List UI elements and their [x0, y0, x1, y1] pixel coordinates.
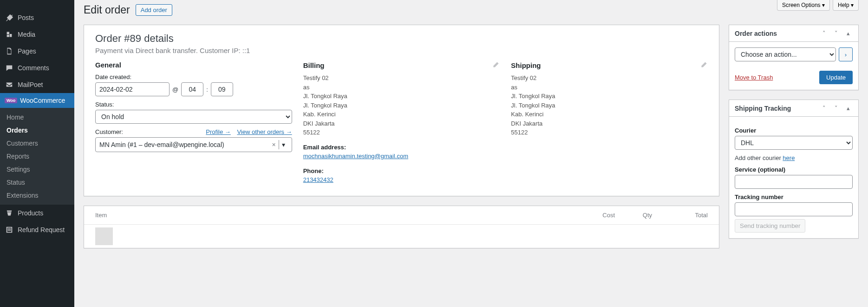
- sidebar-item-media[interactable]: Media: [0, 26, 74, 43]
- hour-input[interactable]: [181, 82, 203, 96]
- add-order-button[interactable]: Add order: [136, 4, 172, 16]
- move-down-icon[interactable]: ˅: [831, 104, 841, 113]
- sidebar-item-refund-request[interactable]: Refund Request: [0, 221, 74, 238]
- at-symbol: @: [172, 86, 178, 93]
- billing-name: Testify 02: [303, 73, 500, 83]
- main-content: Screen Options ▾ Help ▾ Edit order Add o…: [74, 0, 868, 307]
- customer-label: Customer:: [95, 128, 123, 135]
- shipping-line2: as: [511, 83, 708, 92]
- add-other-courier-text: Add other courier here: [735, 154, 853, 161]
- send-tracking-button[interactable]: Send tracking number: [735, 219, 805, 233]
- email-label: Email address:: [303, 143, 500, 152]
- menu-label: MailPoet: [18, 81, 43, 88]
- shipping-name: Testify 02: [511, 73, 708, 83]
- chevron-down-icon[interactable]: ▾: [279, 140, 288, 149]
- courier-select[interactable]: DHL: [735, 136, 853, 150]
- submenu-extensions[interactable]: Extensions: [0, 189, 74, 202]
- sidebar-item-products[interactable]: Products: [0, 205, 74, 221]
- customer-value: MN Amin (#1 – dev-email@wpengine.local): [99, 141, 224, 148]
- shipping-title: Shipping: [511, 61, 541, 69]
- products-icon: [5, 208, 14, 218]
- order-details-panel: Order #89 details Payment via Direct ban…: [84, 25, 719, 196]
- edit-shipping-icon[interactable]: [700, 61, 708, 70]
- page-header: Edit order Add order: [84, 4, 859, 16]
- pin-icon: [5, 13, 14, 22]
- status-select[interactable]: On hold: [95, 110, 292, 124]
- sidebar-item-posts[interactable]: Posts: [0, 9, 74, 26]
- shipping-addr1: Jl. Tongkol Raya: [511, 92, 708, 101]
- col-total: Total: [652, 212, 708, 219]
- billing-title: Billing: [303, 61, 325, 69]
- chevron-right-icon: ›: [845, 51, 847, 58]
- pages-icon: [5, 47, 14, 56]
- sidebar-item-woocommerce[interactable]: Woo WooCommerce: [0, 93, 74, 108]
- submenu-orders[interactable]: Orders: [0, 124, 74, 137]
- profile-link[interactable]: Profile →: [206, 128, 230, 135]
- order-actions-panel: Order actions ˄ ˅ ▴ Choose an action... …: [729, 25, 859, 90]
- billing-line2: as: [303, 83, 500, 92]
- billing-phone-link[interactable]: 213432432: [303, 176, 333, 183]
- menu-label: Products: [18, 209, 43, 217]
- screen-meta-links: Screen Options ▾ Help ▾: [777, 0, 859, 11]
- clear-customer-icon[interactable]: ×: [269, 141, 278, 148]
- submenu-reports[interactable]: Reports: [0, 150, 74, 163]
- billing-addr1: Jl. Tongkol Raya: [303, 92, 500, 101]
- move-to-trash-link[interactable]: Move to Trash: [735, 74, 773, 81]
- col-cost: Cost: [578, 212, 615, 219]
- submenu-settings[interactable]: Settings: [0, 163, 74, 176]
- order-items-panel: Item Cost Qty Total: [84, 206, 719, 248]
- toggle-panel-icon[interactable]: ▴: [843, 29, 853, 38]
- screen-options-tab[interactable]: Screen Options ▾: [777, 0, 830, 11]
- items-table-header: Item Cost Qty Total: [84, 206, 719, 225]
- shipping-column: Shipping Testify 02 as Jl. Tongkol Raya …: [511, 61, 708, 185]
- service-input[interactable]: [735, 175, 853, 189]
- courier-label: Courier: [735, 127, 853, 134]
- move-up-icon[interactable]: ˄: [819, 29, 829, 38]
- edit-billing-icon[interactable]: [492, 61, 500, 70]
- update-button[interactable]: Update: [819, 71, 853, 84]
- customer-select[interactable]: MN Amin (#1 – dev-email@wpengine.local) …: [95, 137, 292, 152]
- toggle-panel-icon[interactable]: ▴: [843, 104, 853, 113]
- submenu-customers[interactable]: Customers: [0, 137, 74, 150]
- billing-column: Billing Testify 02 as Jl. Tongkol Raya J…: [303, 61, 500, 185]
- help-tab[interactable]: Help ▾: [833, 0, 859, 11]
- tracking-number-label: Tracking number: [735, 194, 853, 200]
- date-input[interactable]: [95, 82, 170, 96]
- menu-label: Refund Request: [18, 226, 65, 234]
- tracking-number-input[interactable]: [735, 202, 853, 216]
- comments-icon: [5, 63, 14, 73]
- billing-zip: 55122: [303, 128, 500, 137]
- admin-sidebar: Posts Media Pages Comments MailPoet Woo …: [0, 0, 74, 307]
- woo-icon: Woo: [5, 98, 17, 103]
- date-created-label: Date created:: [95, 73, 292, 80]
- move-down-icon[interactable]: ˅: [831, 29, 841, 38]
- mailpoet-icon: [5, 80, 14, 89]
- media-icon: [5, 30, 14, 39]
- service-label: Service (optional): [735, 166, 853, 173]
- move-up-icon[interactable]: ˄: [819, 104, 829, 113]
- general-column: General Date created: @ : Status: On hol…: [95, 61, 292, 185]
- submenu-home[interactable]: Home: [0, 111, 74, 124]
- billing-email-link[interactable]: mochnasikhunamin.testing@gmail.com: [303, 153, 408, 160]
- sidebar-item-pages[interactable]: Pages: [0, 43, 74, 60]
- view-other-orders-link[interactable]: View other orders →: [237, 128, 292, 135]
- sidebar-item-comments[interactable]: Comments: [0, 60, 74, 76]
- minute-input[interactable]: [211, 82, 233, 96]
- menu-label: Pages: [18, 47, 36, 55]
- order-heading: Order #89 details: [84, 25, 719, 45]
- shipping-state: DKI Jakarta: [511, 119, 708, 128]
- order-actions-title: Order actions: [735, 30, 777, 37]
- billing-addr2: Jl. Tongkol Raya: [303, 101, 500, 110]
- run-action-button[interactable]: ›: [839, 47, 853, 61]
- general-title: General: [95, 61, 292, 69]
- shipping-tracking-panel: Shipping Tracking ˄ ˅ ▴ Courier DHL Add …: [729, 100, 859, 239]
- add-other-courier-link[interactable]: here: [783, 154, 795, 161]
- billing-state: DKI Jakarta: [303, 119, 500, 128]
- order-action-select[interactable]: Choose an action...: [735, 47, 836, 61]
- submenu-status[interactable]: Status: [0, 176, 74, 189]
- tab-label: Screen Options: [782, 2, 821, 8]
- sidebar-item-mailpoet[interactable]: MailPoet: [0, 76, 74, 93]
- menu-label: WooCommerce: [20, 97, 65, 104]
- shipping-city: Kab. Kerinci: [511, 110, 708, 119]
- status-label: Status:: [95, 101, 292, 108]
